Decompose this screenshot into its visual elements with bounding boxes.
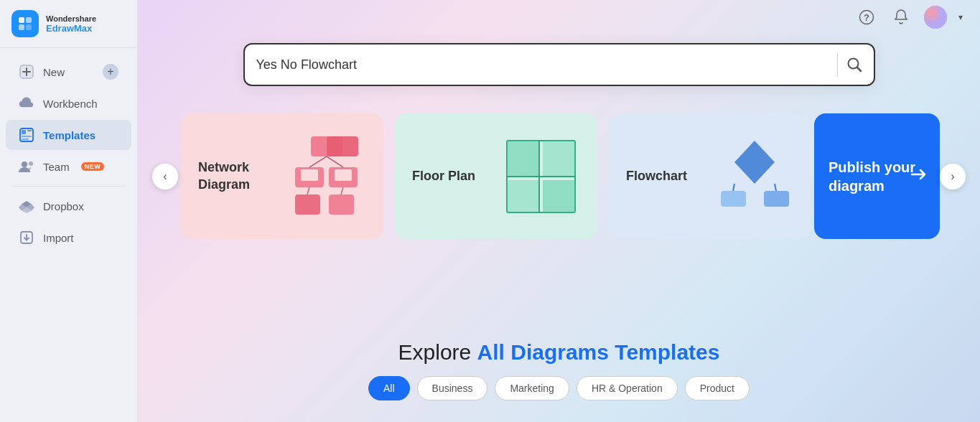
- svg-line-47: [775, 184, 776, 191]
- new-add-button[interactable]: +: [103, 64, 118, 80]
- svg-point-12: [22, 161, 27, 167]
- sidebar-item-templates[interactable]: Templates: [6, 120, 131, 150]
- svg-line-34: [327, 156, 343, 167]
- search-bar: [243, 43, 875, 86]
- svg-rect-41: [543, 180, 575, 212]
- new-badge: NEW: [81, 162, 105, 171]
- svg-rect-28: [301, 169, 318, 181]
- sidebar-item-dropbox[interactable]: Dropbox: [6, 191, 131, 221]
- sidebar-item-import[interactable]: Import: [6, 222, 131, 253]
- sidebar: Wondershare EdrawMax New +: [0, 0, 138, 422]
- svg-rect-8: [22, 130, 26, 134]
- svg-line-24: [857, 67, 861, 71]
- topbar: ? ▾: [838, 0, 980, 34]
- notifications-button[interactable]: [890, 6, 913, 29]
- explore-section: Explore All Diagrams Templates All Busin…: [138, 340, 980, 400]
- svg-point-22: [924, 6, 947, 29]
- svg-rect-30: [335, 169, 352, 181]
- svg-line-33: [309, 156, 327, 167]
- help-button[interactable]: ?: [855, 6, 878, 29]
- svg-rect-46: [721, 191, 746, 207]
- card-floor-label: Floor Plan: [412, 168, 475, 184]
- filter-hr[interactable]: HR & Operation: [577, 376, 678, 400]
- sidebar-nav: New + Workbench: [0, 48, 137, 261]
- svg-rect-32: [329, 194, 354, 215]
- filter-all[interactable]: All: [368, 376, 410, 400]
- flowchart-illustration: [715, 133, 794, 220]
- publish-diagram-card[interactable]: Publish your diagram: [814, 113, 940, 239]
- carousel-card-flowchart[interactable]: Flowchart: [609, 113, 811, 239]
- svg-line-48: [733, 184, 734, 191]
- carousel-section: ‹ Network Diagram: [138, 108, 980, 245]
- search-divider: [837, 53, 838, 76]
- svg-rect-26: [327, 136, 358, 156]
- import-icon: [19, 230, 34, 245]
- carousel-prev-button[interactable]: ‹: [152, 164, 178, 189]
- svg-rect-45: [764, 191, 789, 207]
- filter-tabs: All Business Marketing HR & Operation Pr…: [368, 376, 750, 400]
- svg-point-13: [29, 161, 33, 166]
- avatar[interactable]: [924, 6, 947, 29]
- carousel-card-network[interactable]: Network Diagram: [181, 113, 383, 239]
- svg-rect-40: [507, 180, 539, 212]
- svg-rect-31: [295, 194, 320, 215]
- svg-marker-44: [734, 141, 775, 184]
- svg-text:?: ?: [864, 12, 869, 23]
- sidebar-divider: [11, 186, 126, 187]
- publish-card-label: Publish your diagram: [829, 158, 925, 195]
- explore-title-plain: Explore: [398, 340, 477, 364]
- card-flowchart-label: Flowchart: [626, 168, 687, 184]
- app-logo[interactable]: Wondershare EdrawMax: [0, 0, 137, 48]
- dropbox-icon: [19, 198, 34, 214]
- explore-title: Explore All Diagrams Templates: [398, 340, 720, 365]
- svg-rect-39: [543, 141, 575, 177]
- filter-product[interactable]: Product: [685, 376, 750, 400]
- filter-business[interactable]: Business: [417, 376, 488, 400]
- logo-text: Wondershare EdrawMax: [46, 14, 96, 34]
- svg-rect-10: [22, 136, 32, 137]
- svg-rect-2: [19, 24, 24, 30]
- svg-line-35: [307, 187, 309, 194]
- carousel-cards: Network Diagram: [178, 108, 814, 245]
- svg-rect-9: [27, 130, 32, 131]
- search-button[interactable]: [846, 57, 862, 72]
- cloud-icon: [19, 95, 34, 111]
- sidebar-item-new[interactable]: New +: [6, 57, 131, 87]
- filter-marketing[interactable]: Marketing: [495, 376, 569, 400]
- svg-rect-0: [19, 17, 24, 23]
- template-icon: [19, 127, 34, 143]
- main-content: ? ▾: [138, 0, 980, 422]
- explore-title-highlight: All Diagrams Templates: [477, 340, 720, 364]
- team-icon: [19, 159, 34, 174]
- logo-icon: [11, 10, 39, 37]
- search-container: [243, 43, 875, 86]
- svg-rect-1: [26, 17, 32, 23]
- sidebar-item-workbench[interactable]: Workbench: [6, 88, 131, 118]
- avatar-caret[interactable]: ▾: [958, 12, 963, 22]
- network-illustration: [287, 133, 366, 220]
- carousel-next-button[interactable]: ›: [940, 164, 966, 189]
- sidebar-item-team[interactable]: Team NEW: [6, 151, 131, 182]
- floor-illustration: [501, 133, 580, 220]
- card-network-label: Network Diagram: [198, 159, 287, 193]
- plus-circle-icon: [19, 64, 34, 80]
- carousel-card-floor[interactable]: Floor Plan: [395, 113, 597, 239]
- svg-rect-38: [507, 141, 539, 177]
- svg-rect-3: [26, 24, 32, 30]
- svg-rect-11: [22, 139, 29, 140]
- svg-line-36: [341, 187, 343, 194]
- search-input[interactable]: [256, 57, 829, 72]
